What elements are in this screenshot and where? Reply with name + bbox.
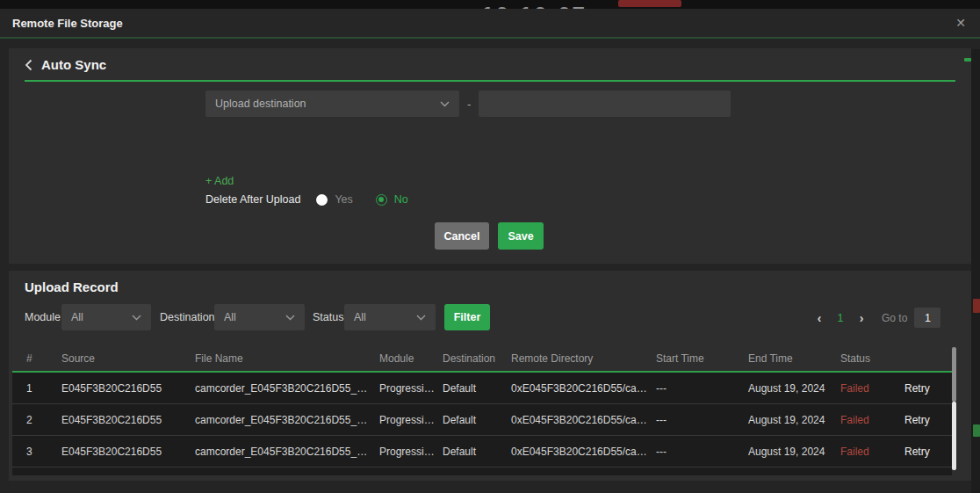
cell-destination: Default — [443, 382, 511, 395]
cancel-button[interactable]: Cancel — [435, 222, 489, 250]
col-end-time: End Time — [748, 352, 840, 365]
auto-sync-underline — [25, 80, 955, 82]
cell-end-time: August 19, 2024 — [748, 382, 840, 395]
cell-remote-directory: 0xE045F3B20C216D55/camcor... — [511, 382, 656, 395]
cell-index: 3 — [12, 446, 61, 458]
radio-no-label: No — [394, 193, 408, 206]
status-filter-value: All — [354, 311, 366, 323]
table-header-row: # Source File Name Module Destination Re… — [12, 345, 952, 371]
edge-marker-green — [964, 58, 971, 62]
table-row: 1 E045F3B20C216D55 camcorder_E045F3B20C2… — [12, 373, 952, 404]
chevron-down-icon — [440, 98, 450, 110]
col-remote-directory: Remote Directory — [511, 352, 656, 365]
sync-value-input[interactable] — [479, 91, 731, 117]
add-mapping-link[interactable]: + Add — [205, 175, 234, 187]
cell-index: 2 — [12, 414, 61, 426]
cell-source: E045F3B20C216D55 — [61, 446, 195, 458]
current-page[interactable]: 1 — [834, 312, 847, 324]
col-module: Module — [379, 352, 443, 365]
cell-destination: Default — [443, 414, 511, 426]
destination-filter-select[interactable]: All — [214, 304, 305, 330]
cell-end-time: August 19, 2024 — [748, 414, 840, 426]
goto-page-input[interactable] — [914, 308, 940, 328]
module-filter-select[interactable]: All — [61, 304, 151, 330]
retry-button[interactable]: Retry — [904, 446, 952, 458]
cell-end-time: August 19, 2024 — [748, 446, 840, 458]
delete-after-upload-label: Delete After Upload — [205, 193, 300, 206]
mapping-dash: - — [467, 98, 471, 111]
cell-destination: Default — [443, 446, 511, 458]
col-destination: Destination — [443, 352, 511, 365]
upload-record-panel: Upload Record Module All Destination All… — [9, 271, 971, 481]
upload-record-title: Upload Record — [25, 279, 119, 294]
cell-remote-directory: 0xE045F3B20C216D55/camcor... — [511, 446, 656, 458]
sync-mapping-row: Upload destination - — [205, 91, 731, 117]
save-button[interactable]: Save — [498, 222, 544, 250]
table-scrollbar-thumb[interactable] — [952, 402, 956, 470]
auto-sync-panel: Auto Sync Upload destination - + Add Del… — [9, 48, 971, 264]
next-page-icon[interactable]: › — [855, 311, 868, 325]
cell-index: 1 — [12, 382, 61, 395]
cell-file-name: camcorder_E045F3B20C216D55_202408... — [195, 446, 379, 458]
cell-source: E045F3B20C216D55 — [61, 414, 195, 426]
col-source: Source — [61, 352, 195, 365]
status-badge: Failed — [840, 414, 904, 426]
status-badge: Failed — [840, 446, 904, 458]
table-scrollbar — [952, 347, 956, 470]
pagination: ‹ 1 › Go to — [813, 308, 940, 328]
remote-file-storage-dialog: Remote File Storage ✕ Auto Sync Upload d… — [0, 9, 980, 493]
module-filter-value: All — [71, 311, 83, 323]
auto-sync-title: Auto Sync — [41, 57, 106, 72]
cell-remote-directory: 0xE045F3B20C216D55/camcor... — [511, 414, 656, 426]
cell-start-time: --- — [656, 414, 748, 426]
delete-after-upload-radio-group: Yes No — [316, 193, 407, 206]
cell-start-time: --- — [656, 446, 748, 458]
cell-module: Progressiv... — [379, 414, 443, 426]
cell-module: Progressiv... — [379, 446, 443, 458]
retry-button[interactable]: Retry — [904, 414, 952, 426]
upload-destination-value: Upload destination — [215, 98, 306, 110]
radio-yes-label: Yes — [335, 193, 352, 206]
cell-module: Progressiv... — [379, 382, 443, 395]
col-start-time: Start Time — [656, 352, 748, 365]
radio-no[interactable]: No — [376, 193, 408, 206]
chevron-down-icon — [416, 311, 426, 323]
edge-marker-red — [973, 299, 980, 313]
background-record-badge — [618, 0, 681, 7]
status-filter-label: Status — [313, 311, 343, 323]
table-row: 2 E045F3B20C216D55 camcorder_E045F3B20C2… — [12, 404, 952, 436]
delete-after-upload-row: Delete After Upload Yes No — [205, 193, 408, 206]
radio-yes[interactable]: Yes — [316, 193, 352, 206]
upload-record-table: # Source File Name Module Destination Re… — [12, 345, 952, 475]
table-row-partial — [12, 468, 952, 475]
module-filter-label: Module — [25, 311, 61, 323]
radio-no-icon — [376, 194, 387, 206]
table-scrollbar-track[interactable] — [952, 347, 956, 402]
status-filter-select[interactable]: All — [344, 304, 436, 330]
table-row: 3 E045F3B20C216D55 camcorder_E045F3B20C2… — [12, 436, 952, 468]
upload-destination-select[interactable]: Upload destination — [205, 91, 459, 117]
col-status: Status — [840, 352, 904, 365]
cell-file-name: camcorder_E045F3B20C216D55_202408... — [195, 382, 379, 395]
cell-file-name: camcorder_E045F3B20C216D55_202408... — [195, 414, 379, 426]
destination-filter-value: All — [224, 311, 236, 323]
destination-filter-label: Destination — [160, 311, 215, 323]
radio-yes-icon — [316, 194, 328, 206]
filter-button[interactable]: Filter — [444, 304, 490, 330]
sync-buttons-row: Cancel Save — [435, 222, 544, 250]
dialog-titlebar: Remote File Storage ✕ — [0, 9, 980, 39]
edge-marker-green — [973, 424, 980, 437]
status-badge: Failed — [840, 382, 904, 395]
retry-button[interactable]: Retry — [904, 382, 952, 395]
chevron-down-icon — [132, 311, 141, 323]
auto-sync-header: Auto Sync — [25, 57, 106, 72]
goto-label: Go to — [882, 312, 907, 324]
cell-start-time: --- — [656, 382, 748, 395]
back-icon[interactable] — [25, 59, 32, 71]
background-clock: 10:10:07 — [481, 2, 587, 9]
prev-page-icon[interactable]: ‹ — [813, 311, 825, 325]
col-file-name: File Name — [195, 352, 379, 365]
col-index: # — [12, 352, 61, 365]
dialog-title: Remote File Storage — [12, 17, 123, 30]
close-icon[interactable]: ✕ — [955, 16, 966, 30]
